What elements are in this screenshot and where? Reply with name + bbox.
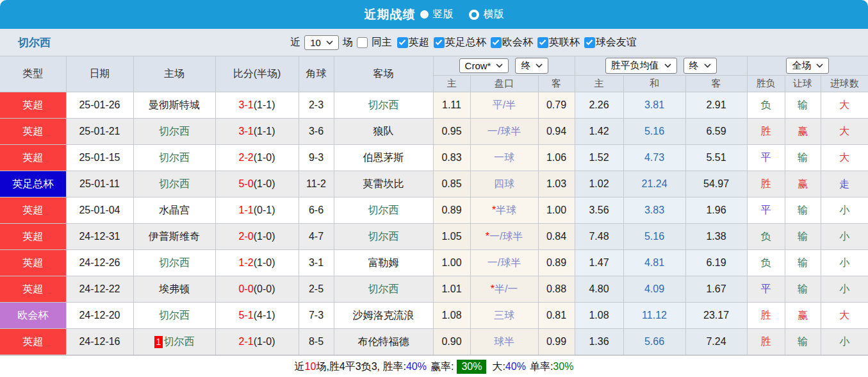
league-filter-item[interactable]: 英足总杯 — [434, 36, 486, 49]
cell-result: 胜 — [747, 303, 785, 329]
table-row: 英超 25-01-21 切尔西 3-1(1-1) 3-6 狼队 0.95 一/球… — [0, 119, 868, 145]
cell-handicap: *半/一 — [470, 276, 538, 303]
league-filter-item[interactable]: 欧会杯 — [491, 36, 533, 49]
big-label: 大: — [492, 360, 505, 374]
cell-odds-away: 0.89 — [538, 250, 575, 276]
away-team-name: 切尔西 — [368, 231, 399, 242]
cell-goals-result: 小 — [821, 197, 868, 224]
results-table: 类型 日期 主场 比分(半场) 角球 客场 Crow* 终 — [0, 56, 868, 355]
cell-odds-away: 0.84 — [538, 224, 575, 250]
cell-corners: 3-6 — [299, 119, 334, 145]
summary-bar: 近10场,胜4平3负3, 胜率:40%赢率:30%大:40%单率:30% — [0, 355, 868, 377]
cell-handicap: 球半 — [470, 329, 538, 355]
rank-badge: 1 — [154, 336, 163, 348]
cell-mean-home: 3.56 — [575, 197, 623, 224]
odds-source-select[interactable]: Crow* — [459, 58, 509, 73]
result-group-header: 全场 — [747, 56, 868, 76]
league-filter-item[interactable]: 球会友谊 — [584, 36, 637, 49]
cell-away-team: 切尔西 — [334, 92, 433, 119]
cell-handicap-result: 输 — [785, 145, 821, 171]
cell-odds-home: 1.11 — [433, 92, 470, 119]
horizontal-layout-radio[interactable] — [469, 10, 479, 20]
full-time-score: 2-0 — [239, 231, 254, 242]
games-label: 场 — [343, 36, 353, 49]
away-team-name: 切尔西 — [368, 205, 399, 215]
home-team-name: 切尔西 — [159, 152, 190, 163]
league-label[interactable]: 欧会杯 — [502, 36, 533, 49]
league-checkbox[interactable] — [397, 37, 408, 48]
cell-league-type: 欧会杯 — [0, 303, 66, 329]
table-row: 英超 24-12-31 伊普斯维奇 2-0(1-0) 4-7 切尔西 1.05 … — [0, 224, 868, 250]
goal-scope-select[interactable]: 全场 — [786, 58, 829, 74]
cell-away-team: 莫雷坎比 — [334, 171, 433, 197]
cell-home-team: 切尔西 — [133, 171, 215, 197]
league-filter-item[interactable]: 英超 — [397, 36, 429, 49]
table-row: 英超 24-12-22 埃弗顿 0-0(0-0) 2-5 切尔西 1.01 *半… — [0, 276, 868, 303]
cell-handicap-result: 赢 — [785, 303, 821, 329]
cell-score: 2-2(1-0) — [215, 145, 299, 171]
cell-mean-away: 5.51 — [685, 145, 747, 171]
cell-goals-result: 小 — [821, 276, 868, 303]
games-count-select[interactable]: 10 — [304, 35, 339, 50]
sub-header-handicap: 盘口 — [470, 76, 538, 92]
league-checkbox[interactable] — [584, 37, 595, 48]
same-home-checkbox[interactable] — [357, 37, 368, 48]
away-team-name: 切尔西 — [368, 283, 399, 294]
page-title: 近期战绩 — [364, 6, 416, 23]
cell-goals-result: 大 — [821, 92, 868, 119]
vertical-layout-radio[interactable] — [420, 10, 429, 19]
cell-home-team: 切尔西 — [133, 145, 215, 171]
league-label[interactable]: 英联杯 — [549, 36, 580, 49]
cell-odds-away: 0.79 — [538, 92, 575, 119]
league-checkbox[interactable] — [537, 37, 548, 48]
full-time-score: 1-1 — [239, 205, 254, 215]
league-checkbox[interactable] — [491, 37, 502, 48]
half-time-score: (1-0) — [254, 336, 275, 347]
home-team-name: 切尔西 — [163, 336, 194, 347]
horizontal-layout-label[interactable]: 横版 — [484, 8, 504, 21]
sub-header-odds-home: 主 — [433, 76, 470, 92]
cell-score: 0-0(0-0) — [215, 276, 299, 303]
cell-handicap-result: 输 — [785, 197, 821, 224]
same-home-label[interactable]: 同主 — [372, 36, 392, 49]
cell-league-type: 英超 — [0, 145, 66, 171]
cell-mean-draw: 5.16 — [623, 119, 685, 145]
cell-home-team: 切尔西 — [133, 250, 215, 276]
sub-header-mean-draw: 和 — [623, 76, 685, 92]
cell-score: 2-0(1-0) — [215, 224, 299, 250]
vertical-layout-label[interactable]: 竖版 — [433, 8, 454, 21]
cell-corners: 2-3 — [299, 92, 334, 119]
cell-home-team: 埃弗顿 — [133, 276, 215, 303]
odds-time-select[interactable]: 终 — [515, 58, 548, 74]
cell-goals-result: 大 — [821, 145, 868, 171]
cell-score: 5-0(1-0) — [215, 171, 299, 197]
mean-type-select[interactable]: 胜平负均值 — [605, 58, 677, 74]
sub-header-odds-away: 客 — [538, 76, 575, 92]
league-filters: 英超 英足总杯 欧会杯 英联杯 球会友谊 — [396, 36, 637, 49]
handicap-value: 一球 — [494, 152, 514, 163]
col-header-type: 类型 — [0, 56, 66, 92]
cell-odds-home: 0.83 — [433, 145, 470, 171]
league-filter-item[interactable]: 英联杯 — [537, 36, 580, 49]
league-label[interactable]: 英足总杯 — [445, 36, 486, 49]
half-time-score: (0-1) — [254, 205, 275, 215]
league-checkbox[interactable] — [434, 37, 445, 48]
table-row: 英超 24-12-16 1切尔西 2-1(1-0) 8-5 布伦特福德 0.90… — [0, 329, 868, 355]
chevron-down-icon — [704, 63, 711, 68]
mean-time-select[interactable]: 终 — [684, 58, 717, 74]
cell-mean-draw: 4.81 — [623, 250, 685, 276]
cell-odds-away: 1.06 — [538, 145, 575, 171]
cell-handicap: *一/球半 — [470, 224, 538, 250]
cell-corners: 7-3 — [299, 303, 334, 329]
cell-corners: 9-3 — [299, 145, 334, 171]
away-team-name: 布伦特福德 — [358, 336, 409, 347]
cell-corners: 2-5 — [299, 276, 334, 303]
home-team-name: 切尔西 — [159, 310, 190, 321]
cell-mean-home: 7.48 — [575, 224, 623, 250]
league-label[interactable]: 球会友谊 — [596, 36, 637, 49]
half-time-score: (1-0) — [254, 257, 275, 268]
cell-handicap-result: 输 — [785, 329, 821, 355]
cell-odds-away: 0.81 — [538, 303, 575, 329]
league-label[interactable]: 英超 — [409, 36, 429, 49]
sub-header-mean-away: 客 — [685, 76, 747, 92]
